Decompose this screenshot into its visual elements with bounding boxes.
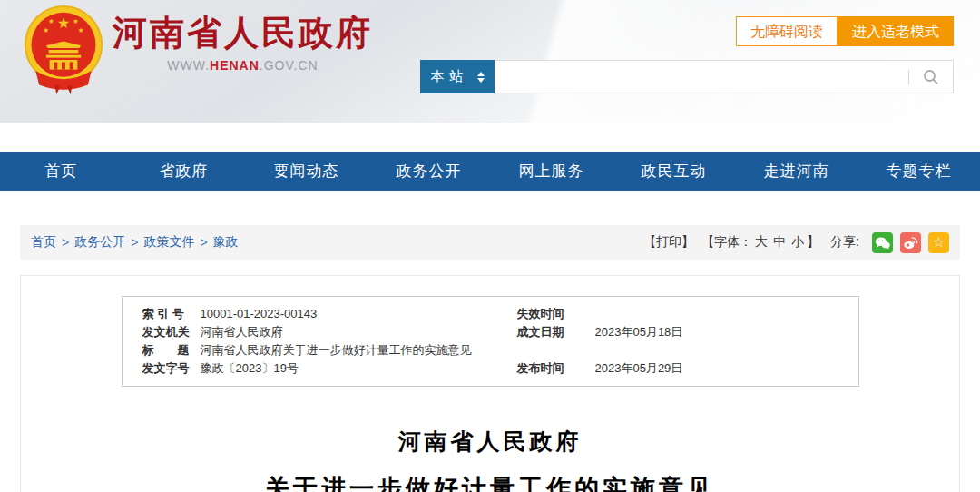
dropdown-arrows-icon — [477, 72, 485, 83]
meta-label-issuing-agency: 发文机关 — [142, 323, 201, 341]
meta-row-2: 发文机关 河南省人民政府 成文日期 2023年05月18日 — [122, 323, 858, 341]
share-label: 分享: — [830, 234, 859, 251]
weibo-share-icon[interactable] — [900, 232, 921, 253]
document-title-line2: 关于进一步做好计量工作的实施意见 — [21, 472, 959, 492]
meta-row-3: 标 题 河南省人民政府关于进一步做好计量工作的实施意见 — [122, 341, 858, 359]
search-button[interactable] — [909, 61, 953, 93]
site-title: 河南省人民政府 — [113, 13, 373, 53]
meta-value-expiry — [595, 305, 838, 323]
article-container: 索 引 号 10001-01-2023-00143 失效时间 发文机关 河南省人… — [20, 275, 960, 492]
mode-buttons: 无障碍阅读 进入适老模式 — [736, 16, 954, 46]
wechat-share-icon[interactable] — [872, 232, 893, 253]
print-button[interactable]: 【打印】 — [643, 234, 694, 251]
svg-text:★: ★ — [43, 26, 49, 34]
svg-text:★: ★ — [48, 17, 54, 25]
meta-row-1: 索 引 号 10001-01-2023-00143 失效时间 — [122, 305, 858, 323]
nav-item-news[interactable]: 要闻动态 — [245, 161, 368, 182]
national-emblem-logo[interactable]: ★ ★ ★ ★ ★ — [20, 5, 107, 95]
nav-item-government-affairs[interactable]: 政务公开 — [368, 161, 490, 182]
meta-label-doc-number: 发文字号 — [142, 359, 201, 378]
search-icon — [922, 68, 940, 86]
meta-value-index-no: 10001-01-2023-00143 — [201, 305, 517, 323]
breadcrumb-bar: 首页 > 政务公开 > 政策文件 > 豫政 【打印】 【字体：大中小】 分享: — [20, 225, 960, 260]
search-scope-dropdown[interactable]: 本站 — [420, 60, 495, 93]
nav-item-interaction[interactable]: 政民互动 — [612, 161, 735, 182]
meta-label-written-date: 成文日期 — [517, 323, 595, 341]
nav-item-about-henan[interactable]: 走进河南 — [735, 161, 858, 182]
nav-item-home[interactable]: 首页 — [0, 161, 122, 182]
site-url: WWW.HENAN.GOV.CN — [113, 58, 373, 73]
meta-value-issuing-agency: 河南省人民政府 — [201, 323, 517, 341]
accessibility-reading-button[interactable]: 无障碍阅读 — [736, 16, 838, 46]
document-title-line1: 河南省人民政府 — [21, 427, 959, 457]
breadcrumb-government-affairs[interactable]: 政务公开 — [74, 234, 125, 251]
meta-value-title: 河南省人民政府关于进一步做好计量工作的实施意见 — [201, 341, 838, 359]
meta-value-written-date: 2023年05月18日 — [595, 323, 838, 341]
breadcrumb-policy-documents[interactable]: 政策文件 — [143, 234, 194, 251]
font-small-button[interactable]: 小 — [791, 234, 804, 249]
site-header: ★ ★ ★ ★ ★ 河南省人民政府 WWW.HENAN.GOV.CN 无障碍阅读… — [0, 0, 980, 123]
main-nav: 首页 省政府 要闻动态 政务公开 网上服务 政民互动 走进河南 专题专栏 — [0, 152, 980, 191]
meta-value-doc-number: 豫政〔2023〕19号 — [201, 359, 517, 378]
document-meta-table: 索 引 号 10001-01-2023-00143 失效时间 发文机关 河南省人… — [122, 296, 859, 387]
svg-text:★: ★ — [78, 26, 84, 34]
nav-item-special-topics[interactable]: 专题专栏 — [858, 161, 980, 182]
document-title: 河南省人民政府 关于进一步做好计量工作的实施意见 — [21, 427, 959, 492]
meta-label-publish-date: 发布时间 — [517, 359, 595, 378]
font-medium-button[interactable]: 中 — [773, 234, 786, 249]
breadcrumb: 首页 > 政务公开 > 政策文件 > 豫政 — [31, 234, 239, 251]
page-tools: 【打印】 【字体：大中小】 分享: ☆ — [643, 232, 949, 253]
site-brand[interactable]: 河南省人民政府 WWW.HENAN.GOV.CN — [113, 13, 373, 73]
search-bar: 本站 — [420, 60, 954, 93]
breadcrumb-home[interactable]: 首页 — [31, 234, 56, 251]
meta-value-publish-date: 2023年05月29日 — [595, 359, 838, 378]
svg-text:★: ★ — [57, 15, 71, 31]
svg-text:★: ★ — [73, 17, 79, 25]
nav-item-provincial-government[interactable]: 省政府 — [122, 161, 245, 182]
elder-mode-button[interactable]: 进入适老模式 — [838, 16, 954, 46]
font-large-button[interactable]: 大 — [755, 234, 768, 249]
search-scope-label: 本站 — [431, 68, 469, 85]
breadcrumb-yuzheng[interactable]: 豫政 — [213, 234, 239, 251]
meta-label-title: 标 题 — [142, 341, 201, 359]
meta-row-4: 发文字号 豫政〔2023〕19号 发布时间 2023年05月29日 — [122, 359, 858, 378]
search-input[interactable] — [495, 61, 908, 93]
meta-label-expiry: 失效时间 — [517, 305, 595, 323]
nav-item-online-services[interactable]: 网上服务 — [490, 161, 612, 182]
favorite-star-icon[interactable]: ☆ — [928, 232, 949, 253]
meta-label-index-no: 索 引 号 — [142, 305, 201, 323]
font-size-control: 【字体：大中小】 — [701, 234, 819, 251]
